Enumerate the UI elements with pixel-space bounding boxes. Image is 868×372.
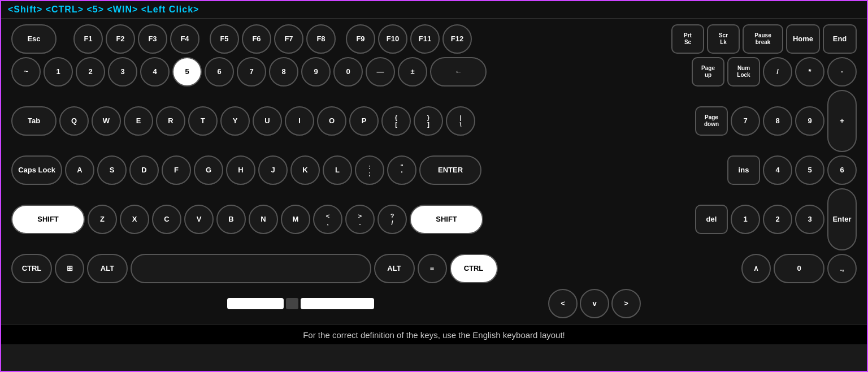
key-np-6[interactable]: 6 xyxy=(827,155,857,185)
key-6[interactable]: 6 xyxy=(205,57,234,86)
key-np-enter[interactable]: Enter xyxy=(827,188,857,250)
key-pause[interactable]: Pausebreak xyxy=(743,24,783,54)
key-np-slash[interactable]: / xyxy=(763,57,792,86)
key-5[interactable]: 5 xyxy=(172,57,202,86)
key-win[interactable]: ⊞ xyxy=(55,254,84,283)
key-g[interactable]: G xyxy=(194,155,223,185)
key-u[interactable]: U xyxy=(253,106,282,136)
key-page-up[interactable]: Pageup xyxy=(692,57,724,86)
key-f[interactable]: F xyxy=(162,155,191,185)
key-r[interactable]: R xyxy=(156,106,185,136)
key-num-lock[interactable]: NumLock xyxy=(727,57,760,86)
key-t[interactable]: T xyxy=(188,106,218,136)
key-np-dot[interactable]: ., xyxy=(827,254,857,283)
key-m[interactable]: M xyxy=(281,205,310,234)
key-enter[interactable]: ENTER xyxy=(419,155,481,185)
key-h[interactable]: H xyxy=(226,155,255,185)
key-n[interactable]: N xyxy=(249,205,278,234)
scrollbar-thumb-right[interactable] xyxy=(301,298,374,309)
key-shift-left[interactable]: SHIFT xyxy=(11,205,85,234)
key-ctrl-right[interactable]: CTRL xyxy=(450,254,498,283)
key-shift-right[interactable]: SHIFT xyxy=(410,205,483,234)
key-prt-sc[interactable]: PrtSc xyxy=(671,24,704,54)
key-4[interactable]: 4 xyxy=(140,57,170,86)
key-f3[interactable]: F3 xyxy=(138,24,167,54)
key-np-plus[interactable]: + xyxy=(827,90,857,152)
key-np-star[interactable]: * xyxy=(795,57,824,86)
key-np-8[interactable]: 8 xyxy=(763,106,792,136)
key-np-7[interactable]: 7 xyxy=(731,106,760,136)
key-0[interactable]: 0 xyxy=(333,57,363,86)
key-l[interactable]: L xyxy=(323,155,352,185)
key-w[interactable]: W xyxy=(92,106,121,136)
key-np-1[interactable]: 1 xyxy=(731,205,760,234)
key-j[interactable]: J xyxy=(258,155,288,185)
key-f2[interactable]: F2 xyxy=(106,24,135,54)
key-f7[interactable]: F7 xyxy=(274,24,303,54)
key-c[interactable]: C xyxy=(152,205,181,234)
key-s[interactable]: S xyxy=(97,155,127,185)
key-np-0[interactable]: 0 xyxy=(774,254,824,283)
key-ins[interactable]: ins xyxy=(727,155,760,185)
key-alt-left[interactable]: ALT xyxy=(87,254,128,283)
key-v[interactable]: V xyxy=(184,205,214,234)
key-end[interactable]: End xyxy=(823,24,857,54)
key-a[interactable]: A xyxy=(65,155,94,185)
key-q[interactable]: Q xyxy=(59,106,89,136)
key-np-arrow-left[interactable]: < xyxy=(548,289,578,318)
key-k[interactable]: K xyxy=(290,155,320,185)
key-1[interactable]: 1 xyxy=(44,57,73,86)
key-alt-right[interactable]: ALT xyxy=(374,254,415,283)
key-f1[interactable]: F1 xyxy=(73,24,103,54)
key-np-2[interactable]: 2 xyxy=(763,205,792,234)
key-f5[interactable]: F5 xyxy=(210,24,239,54)
key-del[interactable]: del xyxy=(695,205,728,234)
key-period[interactable]: >. xyxy=(345,205,375,234)
scrollbar-thumb-left[interactable] xyxy=(227,298,284,309)
key-caps-lock[interactable]: Caps Lock xyxy=(11,155,62,185)
key-np-minus[interactable]: - xyxy=(827,57,857,86)
key-quote[interactable]: "' xyxy=(387,155,416,185)
key-e[interactable]: E xyxy=(124,106,153,136)
key-i[interactable]: I xyxy=(285,106,314,136)
key-np-arrow-right[interactable]: > xyxy=(611,289,641,318)
key-p[interactable]: P xyxy=(349,106,379,136)
key-f4[interactable]: F4 xyxy=(170,24,199,54)
key-page-down[interactable]: Pagedown xyxy=(695,106,728,136)
key-backslash[interactable]: |\ xyxy=(446,106,475,136)
key-o[interactable]: O xyxy=(317,106,346,136)
key-7[interactable]: 7 xyxy=(237,57,266,86)
key-f8[interactable]: F8 xyxy=(306,24,336,54)
key-ctrl-left[interactable]: CTRL xyxy=(11,254,52,283)
key-z[interactable]: Z xyxy=(88,205,117,234)
key-np-arrow-up[interactable]: ∧ xyxy=(741,254,771,283)
key-8[interactable]: 8 xyxy=(269,57,298,86)
key-np-4[interactable]: 4 xyxy=(763,155,792,185)
key-scr-lk[interactable]: ScrLk xyxy=(707,24,740,54)
key-9[interactable]: 9 xyxy=(301,57,331,86)
key-np-3[interactable]: 3 xyxy=(795,205,824,234)
key-close-bracket[interactable]: }] xyxy=(414,106,443,136)
key-f10[interactable]: F10 xyxy=(378,24,407,54)
key-minus[interactable]: — xyxy=(366,57,395,86)
key-open-bracket[interactable]: {[ xyxy=(381,106,411,136)
key-esc[interactable]: Esc xyxy=(11,24,57,54)
key-equal[interactable]: ± xyxy=(398,57,427,86)
key-y[interactable]: Y xyxy=(220,106,250,136)
key-x[interactable]: X xyxy=(120,205,149,234)
key-f11[interactable]: F11 xyxy=(410,24,440,54)
key-2[interactable]: 2 xyxy=(76,57,105,86)
key-space[interactable] xyxy=(131,254,371,283)
key-tab[interactable]: Tab xyxy=(11,106,57,136)
key-np-9[interactable]: 9 xyxy=(795,106,824,136)
key-f6[interactable]: F6 xyxy=(242,24,271,54)
key-semicolon[interactable]: :; xyxy=(355,155,384,185)
key-backspace[interactable]: ← xyxy=(430,57,487,86)
key-f12[interactable]: F12 xyxy=(442,24,472,54)
key-comma[interactable]: <, xyxy=(313,205,342,234)
key-3[interactable]: 3 xyxy=(108,57,137,86)
key-menu[interactable]: ≡ xyxy=(418,254,447,283)
key-home[interactable]: Home xyxy=(786,24,820,54)
key-b[interactable]: B xyxy=(216,205,246,234)
key-np-5[interactable]: 5 xyxy=(795,155,824,185)
